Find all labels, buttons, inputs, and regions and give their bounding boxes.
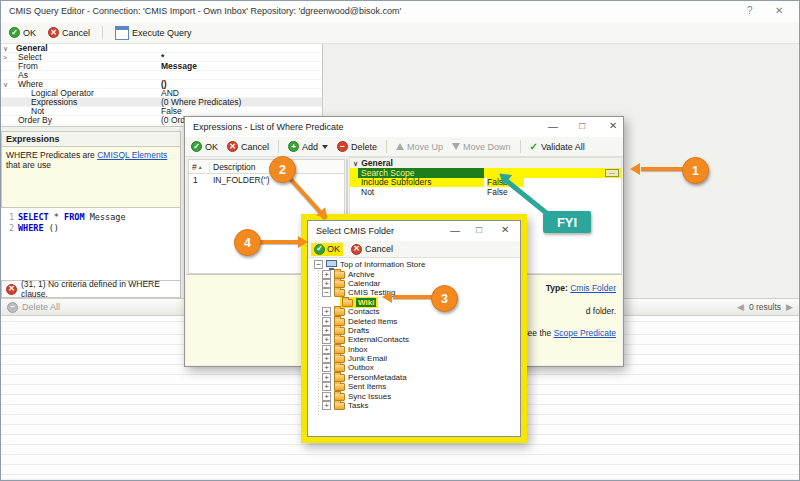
collapse-minus-icon[interactable]: − (322, 288, 331, 297)
expand-plus-icon[interactable]: + (322, 270, 331, 279)
ok-button[interactable]: ✓ OK (9, 27, 36, 38)
row-indent (350, 168, 358, 178)
title-bar: CMIS Query Editor - Connection: 'CMIS Im… (1, 1, 799, 22)
callout-circle-4: 4 (234, 229, 261, 256)
sql-editor[interactable]: 1SELECT * FROM Message 2WHERE () (1, 208, 181, 280)
close-icon[interactable]: ✕ (501, 225, 509, 235)
ok-label: OK (23, 28, 36, 38)
expand-plus-icon[interactable]: + (322, 392, 331, 401)
group-label: General (361, 158, 393, 168)
maximize-icon[interactable]: □ (476, 225, 482, 235)
arrow-down-icon (452, 143, 460, 150)
help-icon[interactable]: ? (747, 5, 753, 16)
browse-ellipsis-button[interactable]: ... (605, 169, 619, 177)
results-count: 0 results (749, 302, 781, 312)
predicate-row[interactable]: 1 IN_FOLDER('') (189, 174, 344, 186)
chevron-down-icon (322, 145, 328, 149)
execute-query-button[interactable]: Execute Query (115, 26, 192, 40)
ok-check-icon: ✓ (9, 27, 20, 38)
cancel-button[interactable]: ✕ Cancel (48, 27, 90, 38)
cancel-cross-icon: ✕ (48, 27, 59, 38)
tree-item[interactable]: + ExternalContacts (309, 335, 519, 344)
tree-item[interactable]: + Contacts (309, 307, 519, 316)
add-button[interactable]: + Add (288, 141, 328, 152)
line-number: 1 (4, 212, 14, 223)
expand-plus-icon[interactable]: + (322, 326, 331, 335)
expand-plus-icon[interactable]: + (322, 279, 331, 288)
next-results-icon[interactable]: ▶ (786, 302, 793, 312)
minimize-icon[interactable]: — (450, 226, 460, 236)
callout-arrowhead (298, 236, 308, 248)
close-icon[interactable]: ✕ (775, 5, 783, 16)
property-value: Message (161, 61, 322, 71)
maximize-icon[interactable]: □ (579, 121, 585, 131)
tree-item-label: Wiki (356, 298, 376, 307)
tree-item[interactable]: + Tasks (309, 401, 519, 410)
collapse-icon[interactable]: ∨ (1, 45, 15, 52)
expand-plus-icon[interactable]: + (322, 401, 331, 410)
expand-plus-icon[interactable]: + (322, 363, 331, 372)
property-row-search-scope[interactable]: Search Scope ... (350, 168, 621, 178)
validate-all-button[interactable]: ✓ Validate All (530, 141, 585, 152)
property-row-not[interactable]: Not False (350, 187, 621, 197)
expand-plus-icon[interactable]: + (322, 354, 331, 363)
expand-plus-icon[interactable]: + (322, 307, 331, 316)
expand-icon[interactable]: > (1, 54, 15, 61)
close-icon[interactable]: ✕ (609, 121, 617, 131)
cancel-label: Cancel (62, 28, 90, 38)
prev-results-icon[interactable]: ◀ (737, 302, 744, 312)
move-down-button[interactable]: Move Down (452, 142, 511, 152)
expand-plus-icon[interactable]: + (322, 335, 331, 344)
expand-plus-icon[interactable]: + (322, 382, 331, 391)
help-panel-header: Expressions (1, 131, 181, 147)
move-up-button[interactable]: Move Up (396, 142, 443, 152)
predicate-description: IN_FOLDER('') (210, 175, 270, 185)
expand-plus-icon[interactable]: + (322, 373, 331, 382)
ok-button[interactable]: ✓ OK (311, 243, 343, 256)
cmis-folder-link[interactable]: Cmis Folder (570, 283, 616, 293)
tree-item-label: PersonMetadata (348, 373, 407, 382)
collapse-icon[interactable]: ∨ (1, 81, 15, 88)
ok-label: OK (327, 244, 340, 254)
callout-arrow (257, 240, 299, 244)
delete-all-button[interactable]: − Delete All (7, 302, 60, 313)
column-header-num[interactable]: #▲ (189, 162, 210, 172)
collapse-minus-icon[interactable]: − (314, 260, 323, 269)
minimize-icon[interactable]: — (548, 122, 558, 132)
tree-item-root[interactable]: − Top of Information Store (309, 260, 519, 269)
property-label: Order By (15, 115, 161, 125)
callout-circle-2: 2 (269, 156, 296, 183)
toolbar-separator (102, 26, 103, 39)
execute-query-icon (115, 26, 129, 40)
sql-line: 1SELECT * FROM Message (4, 212, 180, 223)
expand-plus-icon[interactable]: + (322, 317, 331, 326)
property-value: False (484, 187, 621, 197)
sql-keyword: WHERE (18, 223, 44, 233)
expand-plus-icon[interactable]: + (322, 345, 331, 354)
cancel-button[interactable]: ✕ Cancel (227, 141, 269, 152)
property-group-header[interactable]: ∨ General (350, 158, 621, 168)
tree-item[interactable]: + Sent Items (309, 382, 519, 391)
folder-icon (334, 402, 345, 410)
scope-predicate-link[interactable]: Scope Predicate (554, 328, 616, 338)
add-label: Add (302, 142, 318, 152)
move-down-label: Move Down (463, 142, 511, 152)
tree-item-label: Inbox (348, 345, 368, 354)
ok-button[interactable]: ✓ OK (191, 141, 218, 152)
cmisql-elements-link[interactable]: CMISQL Elements (97, 150, 167, 160)
delete-button[interactable]: − Delete (337, 141, 377, 152)
folder-icon (342, 299, 353, 307)
property-row-include-subfolders[interactable]: Include Subfolders False (350, 178, 621, 188)
tree-item-label: Drafts (348, 326, 369, 335)
select-folder-dialog: Select CMIS Folder — □ ✕ ✓ OK ✕ Cancel − (307, 220, 521, 437)
callout-arrowhead (630, 163, 640, 175)
execute-query-label: Execute Query (132, 28, 192, 38)
type-label: Type: (546, 283, 570, 293)
predicate-num: 1 (189, 175, 210, 185)
select-folder-dialog-highlight: Select CMIS Folder — □ ✕ ✓ OK ✕ Cancel − (301, 214, 527, 443)
error-list-item[interactable]: ✕ (31, 1) No criteria defined in WHERE c… (1, 280, 181, 298)
add-plus-icon: + (288, 141, 299, 152)
column-header-description[interactable]: Description (210, 162, 256, 172)
cancel-button[interactable]: ✕ Cancel (351, 244, 393, 255)
cancel-label: Cancel (365, 244, 393, 254)
